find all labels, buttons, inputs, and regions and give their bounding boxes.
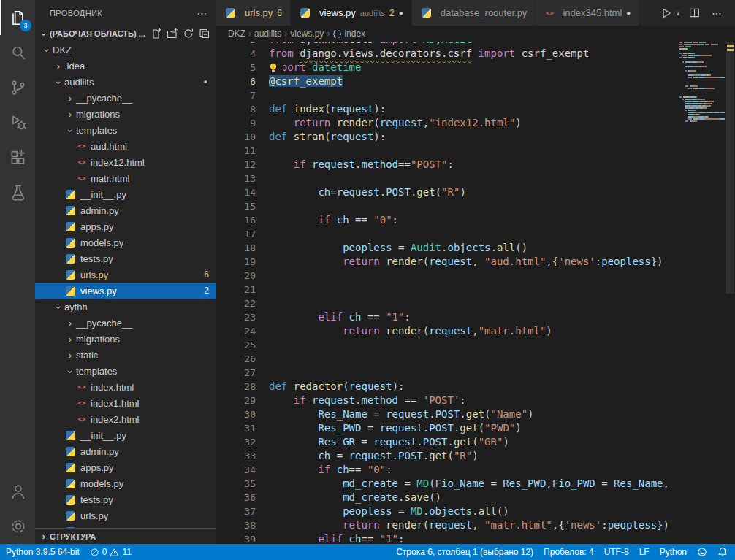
tree-item-static[interactable]: ›static <box>35 347 216 363</box>
status-encoding[interactable]: UTF-8 <box>604 547 629 557</box>
status-feedback[interactable] <box>697 547 707 557</box>
tree-item-migrations[interactable]: ›migrations <box>35 106 216 122</box>
code-line-15[interactable]: 15 <box>216 199 679 213</box>
tree-item-apps.py[interactable]: apps.py <box>35 218 216 234</box>
tree-item-urls.py[interactable]: urls.py <box>35 507 216 523</box>
code-line-33[interactable]: 33 ch = request.POST.get("R") <box>216 449 679 463</box>
lightbulb-icon[interactable] <box>269 61 283 74</box>
tree-item-.idea[interactable]: ›.idea <box>35 58 216 74</box>
tree-item-__pycache__[interactable]: ›__pycache__ <box>35 90 216 106</box>
tree-item-models.py[interactable]: models.py <box>35 475 216 491</box>
tree-item-__init__.py[interactable]: __init__.py <box>35 186 216 202</box>
outline-section-header[interactable]: › СТРУКТУРА <box>35 528 216 544</box>
code-line-20[interactable]: 20 <box>216 269 679 283</box>
split-editor-icon[interactable] <box>689 7 700 18</box>
code-line-5[interactable]: 5import datetime <box>216 61 679 74</box>
code-line-39[interactable]: 39 elif ch== "1": <box>216 532 679 544</box>
status-notifications[interactable] <box>717 547 728 557</box>
tree-item-migrations[interactable]: ›migrations <box>35 331 216 347</box>
breadcrumb-item-audiiits[interactable]: audiiits <box>254 28 281 39</box>
tree-item-index.html[interactable]: <>index.html <box>35 379 216 395</box>
code-editor[interactable]: 3from aythh.models import MD,Audit4from … <box>216 42 679 544</box>
breadcrumb-item-views.py[interactable]: views.py <box>290 28 324 39</box>
activity-settings[interactable] <box>0 509 35 544</box>
breadcrumb-item-index[interactable]: index <box>332 28 365 39</box>
tree-item-__init__.py[interactable]: __init__.py <box>35 427 216 443</box>
run-dropdown-icon[interactable]: ∨ <box>675 9 680 17</box>
code-line-36[interactable]: 36 md_create.save() <box>216 491 679 505</box>
tree-item-views.py[interactable]: views.py2 <box>35 283 216 299</box>
code-line-17[interactable]: 17 <box>216 227 679 241</box>
tree-item-tests.py[interactable]: tests.py <box>35 491 216 507</box>
code-line-12[interactable]: 12 if request.method=="POST": <box>216 158 679 172</box>
activity-source-control[interactable] <box>0 70 35 105</box>
code-line-25[interactable]: 25 <box>216 338 679 352</box>
tree-item-index12.html[interactable]: <>index12.html <box>35 154 216 170</box>
tab-views.py[interactable]: views.pyaudiiits2● <box>291 0 412 26</box>
collapse-all-icon[interactable] <box>197 26 212 41</box>
activity-run-debug[interactable] <box>0 105 35 140</box>
status-problems[interactable]: 0 11 <box>90 547 132 557</box>
activity-testing[interactable] <box>0 175 35 210</box>
breadcrumb-item-DKZ[interactable]: DKZ <box>228 28 245 39</box>
status-indentation[interactable]: Пробелов: 4 <box>544 547 594 557</box>
code-line-27[interactable]: 27 <box>216 366 679 380</box>
tree-item-matr.html[interactable]: <>matr.html <box>35 170 216 186</box>
status-cursor-position[interactable]: Строка 6, столбец 1 (выбрано 12) <box>396 547 533 557</box>
tree-item-admin.py[interactable]: admin.py <box>35 202 216 218</box>
code-line-3[interactable]: 3from aythh.models import MD,Audit <box>216 42 679 47</box>
tree-item-apps.py[interactable]: apps.py <box>35 459 216 475</box>
code-line-38[interactable]: 38 return render(request, "matr.html",{'… <box>216 518 679 532</box>
explorer-more-actions-icon[interactable]: ⋯ <box>194 7 210 19</box>
code-line-32[interactable]: 32 Res_GR = request.POST.get("GR") <box>216 435 679 449</box>
code-line-6[interactable]: 6@csrf_exempt <box>216 74 679 88</box>
code-line-21[interactable]: 21 <box>216 283 679 296</box>
tree-item-urls.py[interactable]: urls.py6 <box>35 266 216 283</box>
code-line-7[interactable]: 7 <box>216 88 679 102</box>
activity-account[interactable] <box>0 474 35 509</box>
code-line-11[interactable]: 11 <box>216 144 679 158</box>
tree-item-__pycache__[interactable]: ›__pycache__ <box>35 315 216 331</box>
scrollbar-thumb[interactable] <box>726 42 734 294</box>
code-line-13[interactable]: 13 <box>216 172 679 185</box>
code-line-37[interactable]: 37 peopless = MD.objects.all() <box>216 505 679 518</box>
status-python-version[interactable]: Python 3.9.5 64-bit <box>6 547 80 557</box>
code-line-22[interactable]: 22 <box>216 296 679 310</box>
code-line-28[interactable]: 28def redactor(request): <box>216 380 679 394</box>
status-language[interactable]: Python <box>660 547 687 557</box>
code-line-10[interactable]: 10def stran(request): <box>216 130 679 144</box>
tree-item-DKZ[interactable]: ›DKZ <box>35 42 216 58</box>
code-line-18[interactable]: 18 peopless = Audit.objects.all() <box>216 241 679 255</box>
tree-item-admin.py[interactable]: admin.py <box>35 443 216 459</box>
activity-search[interactable] <box>0 35 35 70</box>
code-line-9[interactable]: 9 return render(request,"index12.html") <box>216 116 679 130</box>
tab-index345.html[interactable]: <>index345.html● <box>536 0 639 26</box>
tree-item-aythh[interactable]: ›aythh <box>35 299 216 315</box>
tree-item-index2.html[interactable]: <>index2.html <box>35 411 216 427</box>
code-line-34[interactable]: 34 if ch== "0": <box>216 463 679 477</box>
code-line-30[interactable]: 30 Res_Name = request.POST.get("Name") <box>216 407 679 421</box>
code-line-16[interactable]: 16 if ch == "0": <box>216 213 679 227</box>
tree-item-models.py[interactable]: models.py <box>35 234 216 250</box>
tree-item-audiiits[interactable]: ›audiiits● <box>35 74 216 90</box>
tab-urls.py[interactable]: urls.py6 <box>216 0 291 26</box>
new-file-icon[interactable] <box>149 26 164 41</box>
code-line-26[interactable]: 26 <box>216 352 679 366</box>
code-line-8[interactable]: 8def index(request): <box>216 102 679 116</box>
minimap[interactable] <box>679 42 725 544</box>
code-line-29[interactable]: 29 if request.method == 'POST': <box>216 394 679 407</box>
tree-item-aud.html[interactable]: <>aud.html <box>35 138 216 154</box>
tree-item-index1.html[interactable]: <>index1.html <box>35 395 216 411</box>
editor-more-actions-icon[interactable]: ⋯ <box>709 7 725 19</box>
activity-explorer[interactable]: 3 <box>0 0 35 35</box>
tree-item-templates[interactable]: ›templates <box>35 363 216 379</box>
new-folder-icon[interactable] <box>165 26 180 41</box>
status-eol[interactable]: LF <box>639 547 650 557</box>
code-line-31[interactable]: 31 Res_PWD = request.POST.get("PWD") <box>216 421 679 435</box>
run-python-file-icon[interactable] <box>660 7 672 19</box>
code-line-23[interactable]: 23 elif ch == "1": <box>216 310 679 324</box>
tree-item-templates[interactable]: ›templates <box>35 122 216 138</box>
code-line-4[interactable]: 4from django.views.decorators.csrf impor… <box>216 47 679 61</box>
code-line-35[interactable]: 35 md_create = MD(Fio_Name = Res_PWD,Fio… <box>216 477 679 491</box>
workspace-section-header[interactable]: › (РАБОЧАЯ ОБЛАСТЬ) ... <box>35 26 216 42</box>
